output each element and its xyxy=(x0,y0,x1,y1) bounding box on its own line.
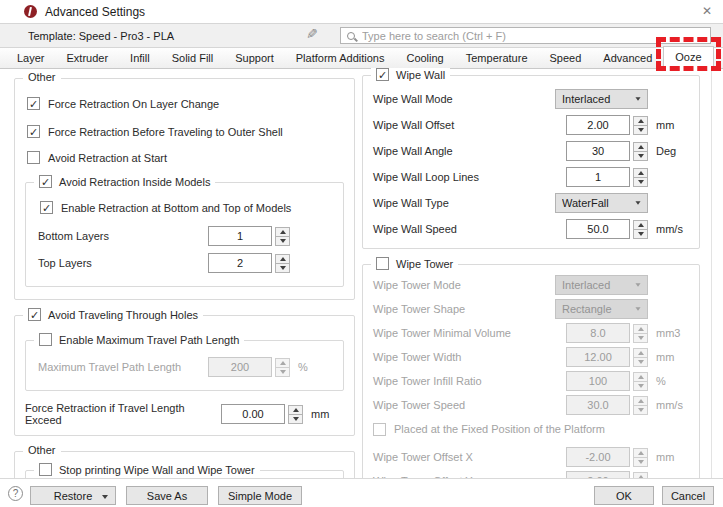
spin-value[interactable]: 30 xyxy=(566,141,630,161)
dialog-title: Advanced Settings xyxy=(45,5,145,19)
tab-extruder[interactable]: Extruder xyxy=(56,48,120,68)
avoid-retraction-start-checkbox[interactable] xyxy=(27,151,40,164)
force-retraction-layer-change-checkbox[interactable]: ✓ xyxy=(27,97,40,110)
spin-value[interactable]: 0.00 xyxy=(221,404,285,424)
unit-label: Deg xyxy=(656,145,689,157)
spin-value[interactable]: 2 xyxy=(208,253,272,273)
spin-value: 100 xyxy=(566,371,630,391)
field-label: Wipe Tower Mode xyxy=(373,279,555,291)
spin-down-button[interactable] xyxy=(633,177,648,187)
group-avoid-traveling-through-holes: ✓ Avoid Traveling Through Holes Enable M… xyxy=(14,315,355,436)
left-panel: Other ✓ Force Retraction On Layer Change… xyxy=(14,78,355,507)
enable-max-travel-path-checkbox[interactable] xyxy=(39,333,52,346)
spin-down-button xyxy=(275,367,290,377)
simple-mode-button[interactable]: Simple Mode xyxy=(218,486,302,505)
field-label: Maximum Travel Path Length xyxy=(38,361,208,373)
unit-label: mm xyxy=(656,451,689,463)
tab-bar: Layer Extruder Infill Solid Fill Support… xyxy=(0,48,723,69)
group-enable-max-travel-path: Enable Maximum Travel Path Length Maximu… xyxy=(25,340,344,391)
tab-other[interactable]: Other xyxy=(714,48,723,68)
chevron-down-icon xyxy=(635,283,640,286)
group-checkbox-legend: Wipe Tower xyxy=(371,257,458,270)
edit-template-icon[interactable]: ✎ xyxy=(306,26,318,42)
field-label: Wipe Wall Speed xyxy=(373,223,566,235)
field-label: Wipe Tower Speed xyxy=(373,399,566,411)
wipe-tower-mode-dropdown: Interlaced xyxy=(555,275,648,295)
enable-retraction-bottom-top-checkbox[interactable]: ✓ xyxy=(40,201,53,214)
spin-value[interactable]: 1 xyxy=(208,226,272,246)
wipe-tower-shape-dropdown: Rectangle xyxy=(555,299,648,319)
spin-value[interactable]: 2.00 xyxy=(566,115,630,135)
avoid-traveling-through-holes-checkbox[interactable]: ✓ xyxy=(28,308,41,321)
spin-down-button[interactable] xyxy=(633,229,648,239)
spin-down-button[interactable] xyxy=(633,151,648,161)
max-travel-path-row: Maximum Travel Path Length 200 % xyxy=(38,357,331,377)
close-icon[interactable]: ✕ xyxy=(702,4,712,18)
field-label: Top Layers xyxy=(38,257,208,269)
search-box[interactable] xyxy=(340,27,711,44)
wipe-wall-type-dropdown[interactable]: WaterFall xyxy=(555,193,648,213)
spin-down-button xyxy=(633,357,648,367)
spin-down-button[interactable] xyxy=(275,236,290,246)
tab-cooling[interactable]: Cooling xyxy=(395,48,454,68)
max-travel-path-input: 200 xyxy=(208,357,290,377)
wipe-tower-offset-x-input: -2.00 xyxy=(566,447,648,467)
top-layers-input: 2 xyxy=(208,253,290,273)
tab-speed[interactable]: Speed xyxy=(539,48,593,68)
wipe-wall-mode-dropdown[interactable]: Interlaced xyxy=(555,89,648,109)
tab-temperature[interactable]: Temperature xyxy=(455,48,539,68)
tab-support[interactable]: Support xyxy=(224,48,285,68)
save-as-button[interactable]: Save As xyxy=(126,486,208,505)
avoid-retraction-inside-models-checkbox[interactable]: ✓ xyxy=(39,175,52,188)
checkbox-label: Placed at the Fixed Position of the Plat… xyxy=(394,423,605,435)
chevron-down-icon xyxy=(635,97,640,100)
unit-label: mm xyxy=(311,408,344,420)
field-label: Wipe Wall Loop Lines xyxy=(373,171,566,183)
wipe-tower-checkbox[interactable] xyxy=(376,257,389,270)
wipe-wall-offset-row: Wipe Wall Offset 2.00 mm xyxy=(373,112,689,138)
dropdown-value: Rectangle xyxy=(562,303,635,315)
spin-down-button xyxy=(633,381,648,391)
spin-value: 30.0 xyxy=(566,395,630,415)
tab-advanced[interactable]: Advanced xyxy=(592,48,663,68)
tab-ooze[interactable]: Ooze xyxy=(663,46,713,69)
checkbox-label: Force Retraction Before Traveling to Out… xyxy=(48,126,283,138)
wipe-tower-minimal-volume-input: 8.0 xyxy=(566,323,648,343)
tab-layer[interactable]: Layer xyxy=(6,48,56,68)
field-label: Wipe Tower Offset X xyxy=(373,451,566,463)
spin-value[interactable]: 1 xyxy=(566,167,630,187)
spin-down-button[interactable] xyxy=(275,263,290,273)
group-checkbox-legend: ✓ Avoid Retraction Inside Models xyxy=(34,175,215,188)
help-icon[interactable]: ? xyxy=(8,486,23,501)
group-avoid-retraction-inside-models: ✓ Avoid Retraction Inside Models ✓ Enabl… xyxy=(25,182,344,287)
field-label: Force Retraction if Travel Length Exceed xyxy=(25,402,221,426)
stop-printing-wipe-checkbox[interactable] xyxy=(39,463,52,476)
ok-button[interactable]: OK xyxy=(594,486,654,505)
spin-down-button[interactable] xyxy=(288,414,303,424)
wipe-wall-checkbox[interactable]: ✓ xyxy=(376,68,389,81)
search-input[interactable] xyxy=(362,30,704,42)
group-title: Wipe Tower xyxy=(396,258,453,270)
group-title: Avoid Retraction Inside Models xyxy=(59,176,210,188)
spin-value[interactable]: 50.0 xyxy=(566,219,630,239)
tab-solid-fill[interactable]: Solid Fill xyxy=(161,48,225,68)
tab-infill[interactable]: Infill xyxy=(119,48,161,68)
group-title: Avoid Traveling Through Holes xyxy=(48,309,198,321)
group-title: Other xyxy=(23,71,61,83)
spin-down-button[interactable] xyxy=(633,125,648,135)
wipe-tower-mode-row: Wipe Tower Mode Interlaced . xyxy=(373,273,689,297)
restore-button[interactable]: Restore xyxy=(30,486,116,505)
check-icon: ✓ xyxy=(30,310,39,320)
cancel-button[interactable]: Cancel xyxy=(662,486,714,505)
check-icon: ✓ xyxy=(29,99,38,109)
wipe-tower-minimal-volume-row: Wipe Tower Minimal Volume 8.0 mm3 xyxy=(373,321,689,345)
force-retraction-outer-shell-checkbox[interactable]: ✓ xyxy=(27,125,40,138)
template-label: Template: Speed - Pro3 - PLA xyxy=(28,30,174,42)
wipe-wall-speed-row: Wipe Wall Speed 50.0 mm/s xyxy=(373,216,689,242)
dropdown-value: Interlaced xyxy=(562,93,635,105)
wipe-tower-speed-row: Wipe Tower Speed 30.0 mm/s xyxy=(373,393,689,417)
checkbox-label: Avoid Retraction at Start xyxy=(48,152,167,164)
tab-platform-additions[interactable]: Platform Additions xyxy=(285,48,396,68)
wipe-tower-offset-x-row: Wipe Tower Offset X -2.00 mm xyxy=(373,445,689,469)
unit-label: % xyxy=(298,361,331,373)
